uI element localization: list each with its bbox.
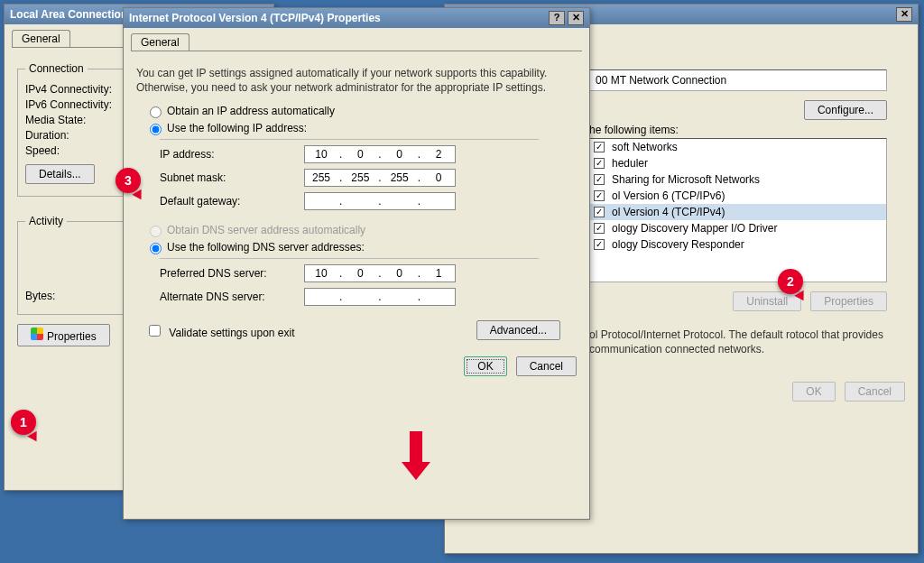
advanced-button[interactable]: Advanced... [476, 320, 560, 340]
list-item[interactable]: ology Discovery Mapper I/O Driver [590, 220, 886, 236]
radio-obtain-ip[interactable] [150, 106, 162, 118]
label-obtain-dns: Obtain DNS server address automatically [167, 224, 365, 236]
radio-use-ip[interactable] [150, 124, 162, 135]
ipv4-properties-window: Internet Protocol Version 4 (TCP/IPv4) P… [123, 7, 590, 520]
radio-obtain-dns [150, 226, 162, 237]
checkbox-icon[interactable] [594, 174, 605, 185]
close-icon[interactable]: ✕ [896, 7, 912, 22]
properties-button[interactable]: Properties [17, 324, 110, 346]
checkbox-icon[interactable] [594, 239, 605, 250]
list-item-tcpipv4[interactable]: ol Version 4 (TCP/IPv4) [590, 204, 886, 220]
radio-use-dns[interactable] [150, 243, 162, 254]
label-obtain-ip: Obtain an IP address automatically [167, 105, 335, 117]
label-ip: IP address: [160, 148, 304, 161]
list-item[interactable]: Sharing for Microsoft Networks [590, 171, 886, 188]
connect-using-field: 00 MT Network Connection [589, 69, 887, 91]
preferred-dns-field[interactable]: . . . [304, 264, 456, 282]
intro-text: You can get IP settings assigned automat… [136, 66, 577, 95]
callout-1: 1 [11, 410, 36, 435]
checkbox-icon[interactable] [594, 142, 605, 152]
label-pref-dns: Preferred DNS server: [160, 267, 304, 280]
shield-icon [31, 328, 43, 340]
checkbox-icon[interactable] [594, 207, 605, 217]
list-item[interactable]: ology Discovery Responder [590, 236, 886, 253]
arrow-icon [410, 431, 430, 480]
ok-button[interactable]: OK [792, 382, 835, 401]
item-description: ol Protocol/Internet Protocol. The defau… [589, 328, 887, 356]
items-listbox[interactable]: soft Networks heduler Sharing for Micros… [589, 138, 887, 282]
subnet-mask-field[interactable]: . . . [304, 169, 456, 187]
callout-3: 3 [116, 168, 141, 193]
checkbox-icon[interactable] [594, 190, 605, 201]
label-validate: Validate settings upon exit [169, 327, 294, 339]
uses-label: he following items: [589, 124, 905, 136]
label-duration: Duration: [25, 129, 69, 142]
configure-button[interactable]: Configure... [804, 100, 887, 120]
uninstall-button: Uninstall [733, 291, 801, 311]
label-ipv6: IPv6 Connectivity: [25, 98, 112, 111]
label-bytes: Bytes: [25, 290, 55, 302]
tab-general[interactable]: General [12, 30, 70, 47]
ok-button[interactable]: OK [464, 356, 506, 376]
callout-2: 2 [778, 269, 803, 294]
label-subnet: Subnet mask: [160, 171, 304, 184]
checkbox-icon[interactable] [594, 158, 605, 169]
cancel-button[interactable]: Cancel [845, 382, 905, 401]
label-media: Media State: [25, 114, 86, 126]
ip-address-field[interactable]: . . . [304, 145, 456, 163]
item-properties-button: Properties [810, 291, 887, 311]
list-item[interactable]: ol Version 6 (TCP/IPv6) [590, 188, 886, 204]
tab-general[interactable]: General [131, 33, 189, 51]
details-button[interactable]: Details... [25, 164, 95, 184]
label-gateway: Default gateway: [160, 195, 304, 208]
label-ipv4: IPv4 Connectivity: [25, 83, 112, 96]
cancel-button[interactable]: Cancel [516, 356, 577, 376]
ipv4-titlebar[interactable]: Internet Protocol Version 4 (TCP/IPv4) P… [124, 8, 589, 28]
close-icon[interactable]: ✕ [568, 11, 584, 25]
gateway-field[interactable]: ... [304, 192, 456, 210]
list-item[interactable]: soft Networks [590, 139, 886, 155]
help-icon[interactable]: ? [549, 11, 565, 25]
list-item[interactable]: heduler [590, 155, 886, 171]
ipv4-title: Internet Protocol Version 4 (TCP/IPv4) P… [129, 12, 546, 24]
checkbox-icon[interactable] [594, 223, 605, 234]
label-use-ip: Use the following IP address: [167, 122, 307, 134]
validate-checkbox[interactable] [149, 325, 161, 337]
label-speed: Speed: [25, 144, 60, 157]
alternate-dns-field[interactable]: ... [304, 288, 456, 306]
label-use-dns: Use the following DNS server addresses: [167, 241, 365, 254]
label-alt-dns: Alternate DNS server: [160, 291, 304, 303]
